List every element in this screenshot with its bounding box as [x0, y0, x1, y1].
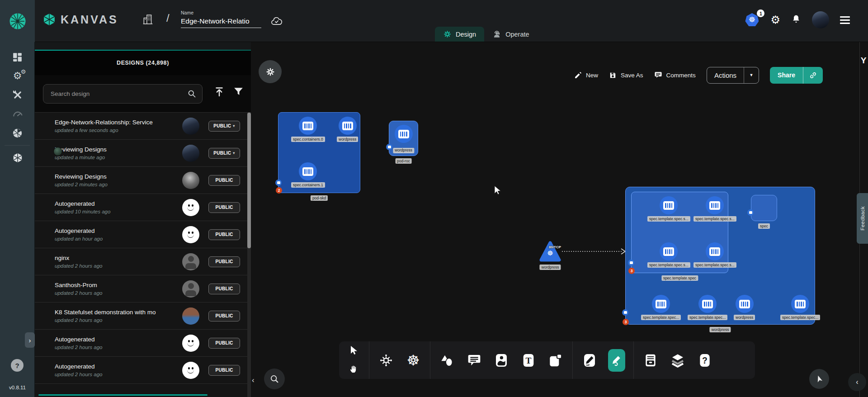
kubernetes-tool[interactable]: ☸	[403, 348, 424, 373]
sidebar-item-settings[interactable]: ⚙⚙	[0, 66, 35, 85]
container-node[interactable]: spec.template.spec.s...	[647, 242, 690, 268]
node-pod-skd[interactable]: spec.containers.0 wordpress spec.contain…	[278, 112, 360, 193]
shapes-tool[interactable]	[437, 348, 458, 373]
design-visibility-badge[interactable]: PUBLIC▾	[208, 175, 240, 186]
components-drawer-tool[interactable]	[640, 348, 661, 373]
container-node[interactable]: wordpress	[337, 117, 358, 142]
pod-status-badge[interactable]	[628, 260, 634, 266]
alert-count-badge[interactable]: 3	[623, 319, 629, 325]
container-node[interactable]: spec.template.spec.s...	[647, 196, 690, 222]
design-list-item[interactable]: Autogenerated updated 2 hours ago PUBLIC…	[35, 330, 251, 357]
deploy-send-button[interactable]	[809, 369, 829, 389]
frame-tool[interactable]	[545, 348, 566, 373]
user-avatar[interactable]	[812, 11, 829, 28]
design-list-item[interactable]: Autogenerated updated 2 hours ago PUBLIC…	[35, 357, 251, 384]
new-design-button[interactable]: New	[574, 71, 598, 79]
copy-link-button[interactable]	[803, 67, 823, 84]
actions-caret-icon[interactable]: ▼	[744, 67, 759, 83]
zoom-button[interactable]	[264, 369, 285, 389]
media-tool[interactable]	[491, 348, 512, 373]
design-name-input[interactable]	[181, 16, 261, 28]
container-node[interactable]: spec.template.spec...	[780, 295, 820, 320]
design-list-item[interactable]: Autogenerated updated 10 minutes ago PUB…	[35, 194, 251, 221]
design-visibility-badge[interactable]: PUBLIC▾	[208, 121, 240, 132]
settings-gear-icon[interactable]: ⚙	[770, 14, 780, 25]
design-search-input[interactable]	[51, 90, 187, 97]
design-list-item[interactable]: Reviewing Designs updated a minute ago P…	[35, 140, 251, 167]
design-visibility-badge[interactable]: PUBLIC▾	[208, 202, 240, 213]
layers-tool[interactable]	[667, 348, 688, 373]
save-as-button[interactable]: Save As	[609, 71, 643, 79]
design-visibility-badge[interactable]: PUBLIC▾	[208, 229, 240, 240]
sketch-tool[interactable]	[608, 349, 625, 372]
tab-design[interactable]: Design	[435, 27, 484, 42]
share-button[interactable]: Share	[770, 67, 803, 84]
sidebar-expand-handle[interactable]: ›	[25, 332, 35, 348]
design-list-item[interactable]: nginx updated 2 hours ago PUBLIC▾	[35, 248, 251, 275]
fit-view-button[interactable]	[259, 60, 282, 83]
kubernetes-context-button[interactable]: ☸ 1	[745, 13, 760, 27]
comments-button[interactable]: Comments	[654, 71, 696, 79]
sidebar-item-dashboard[interactable]	[0, 47, 35, 66]
container-node[interactable]: spec.template.spec.s...	[693, 196, 736, 222]
container-node[interactable]: spec.template.spec...	[688, 295, 727, 320]
comment-tool[interactable]	[464, 348, 485, 373]
node-spec-template-spec[interactable]: spec.template.spec.s... spec.template.sp…	[631, 192, 728, 273]
alert-count-badge[interactable]: 3	[628, 268, 635, 274]
select-tool[interactable]	[349, 345, 358, 357]
design-visibility-badge[interactable]: PUBLIC▾	[208, 365, 240, 376]
import-design-icon[interactable]	[214, 86, 225, 99]
hierarchy-y-icon[interactable]: Y	[860, 56, 867, 66]
kanvas-brand[interactable]: KANVAS	[42, 13, 118, 26]
gauge-icon	[12, 108, 24, 120]
sidebar-item-extensions[interactable]	[0, 123, 35, 142]
right-drawer-toggle[interactable]: ‹	[848, 373, 866, 391]
pod-status-badge[interactable]	[747, 209, 754, 216]
pod-status-badge[interactable]	[275, 180, 282, 186]
node-pod-roc[interactable]: wordpress pod-roc	[389, 121, 418, 156]
design-list-item[interactable]: Autogenerated updated an hour ago PUBLIC…	[35, 221, 251, 248]
design-visibility-badge[interactable]: PUBLIC▾	[208, 148, 240, 159]
container-node[interactable]: spec.template.spec...	[641, 295, 681, 320]
design-visibility-badge[interactable]: PUBLIC▾	[208, 284, 240, 294]
node-spec[interactable]: spec	[751, 195, 777, 221]
pod-status-badge[interactable]	[622, 309, 628, 316]
design-visibility-badge[interactable]: PUBLIC▾	[208, 311, 240, 321]
organization-icon[interactable]	[142, 14, 154, 27]
container-node[interactable]: spec.containers.1	[291, 162, 325, 188]
alert-count-badge[interactable]: 2	[276, 187, 282, 194]
design-visibility-badge[interactable]: PUBLIC▾	[208, 256, 240, 267]
design-visibility-badge[interactable]: PUBLIC▾	[208, 338, 240, 349]
design-canvas[interactable]: New Save As Comments Actions ▼	[251, 42, 868, 397]
pen-tool[interactable]	[579, 348, 600, 373]
notifications-bell-icon[interactable]	[791, 14, 801, 26]
design-list-item[interactable]: Edge-Network-Relationship: Service updat…	[35, 113, 251, 140]
text-tool[interactable]: T	[518, 348, 539, 373]
design-search-box[interactable]	[43, 84, 203, 104]
design-list-scrollbar[interactable]	[247, 113, 251, 397]
meshery-logo-button[interactable]	[0, 0, 35, 42]
sidebar-item-toolbox[interactable]	[0, 85, 35, 104]
container-node[interactable]: spec.template.spec.s...	[693, 242, 736, 268]
node-deployment-wordpress[interactable]: spec.template.spec.s... spec.template.sp…	[625, 187, 815, 325]
tab-operate[interactable]: Operate	[484, 27, 537, 42]
pan-hand-tool[interactable]	[349, 364, 358, 375]
collapse-panel-chevron[interactable]: ‹	[252, 376, 255, 385]
help-button[interactable]: ?	[11, 359, 24, 372]
actions-menu-button[interactable]: Actions ▼	[707, 67, 759, 84]
sidebar-item-performance[interactable]	[0, 104, 35, 123]
scrollbar-thumb[interactable]	[247, 113, 251, 248]
design-list-item[interactable]: K8 Statefulset demonstration with mo upd…	[35, 302, 251, 330]
node-service-wordpress[interactable]: ☸ wordpress	[539, 241, 561, 262]
design-list-item[interactable]: Santhosh-Prom updated 2 hours ago PUBLIC…	[35, 275, 251, 302]
filter-icon[interactable]	[233, 86, 244, 99]
container-node[interactable]: spec.containers.0	[291, 117, 325, 142]
menu-hamburger-icon[interactable]	[840, 16, 850, 24]
feedback-tab[interactable]: Feedback	[857, 193, 868, 244]
help-tool[interactable]: ?	[694, 348, 715, 373]
pod-status-badge[interactable]	[386, 144, 392, 150]
design-list-item[interactable]: Reviewing Designs updated 2 minutes ago …	[35, 167, 251, 194]
container-node[interactable]: wordpress	[734, 295, 755, 320]
flowchart-tool[interactable]	[376, 348, 396, 373]
sidebar-item-meshery[interactable]	[0, 148, 35, 167]
